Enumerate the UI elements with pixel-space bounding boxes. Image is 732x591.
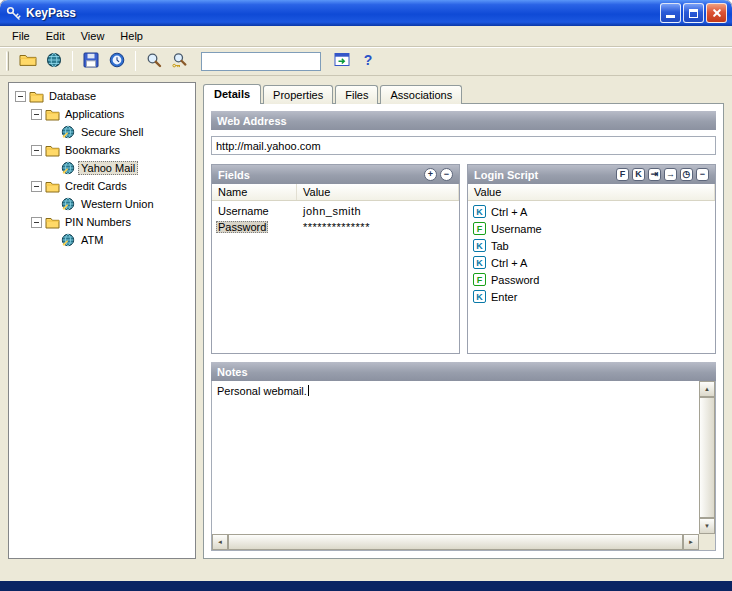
maximize-button[interactable]	[683, 3, 704, 23]
tree-item-pin-numbers[interactable]: PIN Numbers	[11, 213, 193, 231]
tree-item-atm[interactable]: ATM	[11, 231, 193, 249]
login-script-panel: Login Script FK⇥→◷− Value KCtrl + AFUser…	[467, 164, 716, 354]
tree-item-label: Secure Shell	[78, 125, 146, 139]
field-name: Password	[212, 221, 297, 233]
fields-header-buttons: +−	[424, 168, 453, 181]
column-value[interactable]: Value	[297, 184, 459, 200]
minimize-button[interactable]	[660, 3, 681, 23]
insert-field-button[interactable]: F	[616, 168, 629, 181]
title-bar: KeyPass	[0, 0, 732, 26]
field-row[interactable]: Usernamejohn_smith	[212, 203, 459, 219]
quick-search-input[interactable]	[201, 52, 321, 71]
search-key-icon	[172, 52, 188, 71]
tab-details[interactable]: Details	[203, 84, 261, 104]
script-item[interactable]: KTab	[468, 237, 715, 254]
hscroll-thumb[interactable]	[228, 534, 683, 550]
tree-item-applications[interactable]: Applications	[11, 105, 193, 123]
web-address-input[interactable]	[211, 136, 716, 155]
folder-icon	[45, 143, 62, 157]
script-keystroke-icon: K	[473, 290, 486, 303]
login-script-header: Login Script FK⇥→◷−	[468, 165, 715, 184]
tree-item-database[interactable]: Database	[11, 87, 193, 105]
notes-value: Personal webmail.	[217, 385, 307, 397]
help-button[interactable]: ?	[355, 49, 381, 73]
tree-expander[interactable]	[31, 145, 42, 156]
column-name[interactable]: Name	[212, 184, 297, 200]
script-item[interactable]: KCtrl + A	[468, 203, 715, 220]
script-item[interactable]: FPassword	[468, 271, 715, 288]
script-column-header: Value	[468, 184, 715, 201]
script-item[interactable]: KEnter	[468, 288, 715, 305]
insert-keystroke-button[interactable]: K	[632, 168, 645, 181]
remove-field-button[interactable]: −	[440, 168, 453, 181]
tree-item-label: Database	[46, 89, 99, 103]
field-row[interactable]: Password**************	[212, 219, 459, 235]
tree-expander[interactable]	[15, 91, 26, 102]
tree-expander[interactable]	[31, 181, 42, 192]
help-icon: ?	[361, 52, 375, 71]
svg-text:?: ?	[364, 52, 373, 68]
script-keystroke-icon: K	[473, 256, 486, 269]
open-folder-button[interactable]	[15, 49, 41, 73]
menu-edit[interactable]: Edit	[38, 28, 73, 44]
clock-icon	[109, 52, 125, 71]
window-run-button[interactable]	[329, 49, 355, 73]
search-key-button[interactable]	[167, 49, 193, 73]
save-button[interactable]	[78, 49, 104, 73]
toolbar-separator	[72, 51, 73, 71]
folder-icon	[45, 179, 62, 193]
clock-button[interactable]	[104, 49, 130, 73]
save-icon	[83, 52, 99, 71]
scrollbar-corner	[699, 534, 715, 550]
tree-expander[interactable]	[31, 109, 42, 120]
menu-bar: FileEditViewHelp	[0, 26, 732, 46]
tab-associations[interactable]: Associations	[380, 85, 462, 104]
notes-vscrollbar[interactable]: ▲ ▼	[699, 381, 715, 534]
column-script-value[interactable]: Value	[468, 184, 715, 200]
open-folder-icon	[19, 52, 37, 70]
window-title: KeyPass	[26, 6, 76, 20]
tree-item-label: Applications	[62, 107, 127, 121]
close-button[interactable]	[706, 3, 727, 23]
scroll-up-button[interactable]: ▲	[699, 381, 715, 397]
tab-properties[interactable]: Properties	[263, 85, 333, 104]
insert-tab-button[interactable]: ⇥	[648, 168, 661, 181]
tree-item-secure-shell[interactable]: Secure Shell	[11, 123, 193, 141]
script-item-label: Ctrl + A	[491, 206, 527, 218]
menu-file[interactable]: File	[4, 28, 38, 44]
field-value: john_smith	[297, 205, 361, 217]
tab-files[interactable]: Files	[335, 85, 378, 104]
notes-box[interactable]: Personal webmail. ▲ ▼ ◄ ►	[211, 381, 716, 551]
script-keystroke-icon: K	[473, 205, 486, 218]
globe-button[interactable]	[41, 49, 67, 73]
tab-bar: DetailsPropertiesFilesAssociations	[203, 82, 724, 103]
tree-item-bookmarks[interactable]: Bookmarks	[11, 141, 193, 159]
tree-item-yahoo-mail[interactable]: Yahoo Mail	[11, 159, 193, 177]
app-window: KeyPass FileEditViewHelp ? DatabaseAppli…	[0, 0, 732, 591]
script-item-label: Password	[491, 274, 539, 286]
search-button[interactable]	[141, 49, 167, 73]
script-item-label: Enter	[491, 291, 517, 303]
notes-title: Notes	[217, 366, 248, 378]
remove-step-button[interactable]: −	[696, 168, 709, 181]
vscroll-thumb[interactable]	[699, 397, 715, 518]
insert-delay-button[interactable]: ◷	[680, 168, 693, 181]
window-bottom-border	[0, 581, 732, 591]
field-name: Username	[212, 205, 297, 217]
scroll-down-button[interactable]: ▼	[699, 518, 715, 534]
notes-text[interactable]: Personal webmail.	[214, 383, 697, 532]
tree-expander[interactable]	[31, 217, 42, 228]
script-item[interactable]: FUsername	[468, 220, 715, 237]
menu-view[interactable]: View	[73, 28, 113, 44]
tree-item-credit-cards[interactable]: Credit Cards	[11, 177, 193, 195]
scroll-right-button[interactable]: ►	[683, 534, 699, 550]
insert-arrow-button[interactable]: →	[664, 168, 677, 181]
folder-icon	[45, 107, 62, 121]
text-caret	[308, 385, 309, 396]
scroll-left-button[interactable]: ◄	[212, 534, 228, 550]
add-field-button[interactable]: +	[424, 168, 437, 181]
tree-item-western-union[interactable]: Western Union	[11, 195, 193, 213]
menu-help[interactable]: Help	[112, 28, 151, 44]
notes-hscrollbar[interactable]: ◄ ►	[212, 534, 699, 550]
script-item[interactable]: KCtrl + A	[468, 254, 715, 271]
